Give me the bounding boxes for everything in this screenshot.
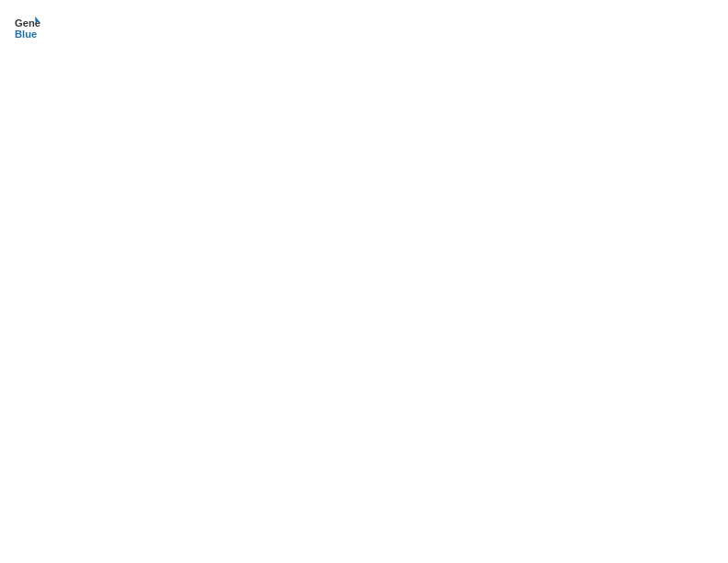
- page-header: General Blue: [15, 15, 713, 40]
- logo-icon: General Blue: [15, 15, 40, 40]
- svg-text:Blue: Blue: [15, 29, 37, 40]
- logo: General Blue: [15, 15, 44, 40]
